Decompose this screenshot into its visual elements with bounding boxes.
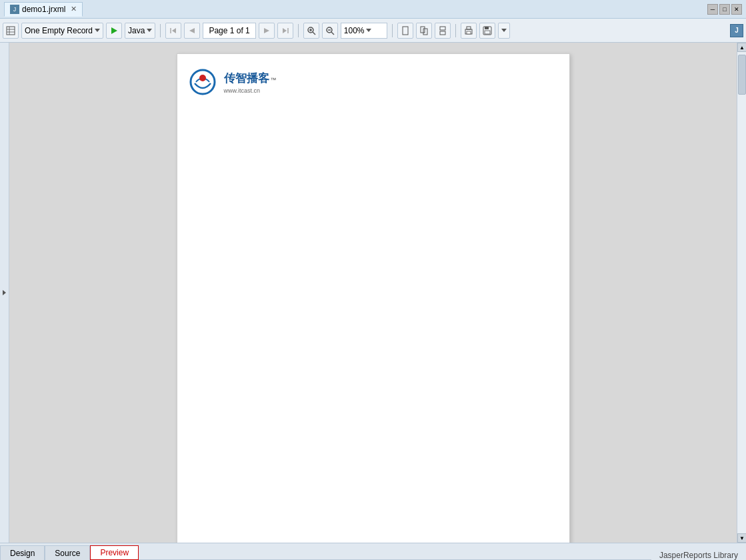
- svg-marker-10: [283, 28, 287, 33]
- java-chevron-down-icon: [147, 29, 152, 32]
- continuous-page-button[interactable]: [435, 23, 451, 39]
- logo-container: 传智播客 ™ www.itcast.cn: [189, 69, 277, 95]
- svg-rect-27: [485, 27, 489, 29]
- ide-icon: J: [730, 24, 743, 37]
- close-button[interactable]: ✕: [731, 4, 742, 15]
- left-panel-chevron-right-icon: [3, 290, 6, 295]
- tab-design[interactable]: Design: [0, 545, 45, 560]
- svg-marker-6: [172, 28, 176, 33]
- right-scrollbar: ▲ ▼: [737, 43, 746, 543]
- file-type-icon: J: [10, 5, 19, 14]
- file-tab[interactable]: J demo1.jrxml ✕: [4, 2, 83, 17]
- separator-2: [298, 24, 299, 37]
- zoom-chevron-down-icon: [366, 29, 371, 32]
- java-label: Java: [128, 26, 145, 35]
- toolbar: One Empty Record Java Page 1 of 1 100%: [0, 19, 746, 43]
- svg-rect-24: [467, 27, 471, 29]
- single-page-button[interactable]: [397, 23, 413, 39]
- report-source-chevron-down-icon: [95, 29, 100, 32]
- zoom-in-button[interactable]: [303, 23, 319, 39]
- content-area: 传智播客 ™ www.itcast.cn: [9, 43, 737, 543]
- zoom-value: 100%: [344, 26, 365, 35]
- tab-label: demo1.jrxml: [22, 5, 65, 14]
- tab-preview[interactable]: Preview: [90, 545, 139, 560]
- page-indicator: Page 1 of 1: [203, 23, 255, 39]
- bottom-tabs: Design Source Preview JasperReports Libr…: [0, 543, 746, 560]
- tab-close-button[interactable]: ✕: [71, 5, 77, 13]
- svg-point-30: [199, 75, 206, 81]
- logo-area: 传智播客 ™ www.itcast.cn: [189, 69, 277, 95]
- save-dropdown[interactable]: [498, 23, 510, 39]
- zoom-select[interactable]: 100%: [341, 23, 387, 39]
- nav-next-button[interactable]: [259, 23, 275, 39]
- tab-design-label: Design: [10, 549, 35, 558]
- scroll-down-button[interactable]: ▼: [737, 533, 746, 543]
- separator-4: [455, 24, 456, 37]
- status-text: JasperReports Library: [659, 551, 738, 560]
- document-page: 传智播客 ™ www.itcast.cn: [177, 53, 570, 543]
- left-panel-toggle[interactable]: [0, 43, 9, 543]
- svg-rect-21: [440, 27, 445, 30]
- svg-rect-20: [423, 29, 427, 35]
- logo-tm: ™: [271, 77, 277, 83]
- svg-line-16: [331, 32, 334, 35]
- status-label: JasperReports Library: [651, 551, 746, 560]
- minimize-button[interactable]: ─: [707, 4, 718, 15]
- svg-point-29: [191, 70, 215, 94]
- java-dropdown[interactable]: Java: [125, 23, 155, 39]
- report-source-label: One Empty Record: [25, 26, 93, 35]
- print-button[interactable]: [461, 23, 477, 39]
- document-icon: [3, 23, 19, 39]
- logo-icon: [189, 69, 221, 95]
- nav-first-button[interactable]: [165, 23, 181, 39]
- svg-rect-19: [421, 27, 425, 33]
- svg-marker-4: [111, 27, 117, 34]
- svg-rect-25: [467, 31, 471, 34]
- scroll-thumb[interactable]: [738, 55, 746, 95]
- separator-3: [392, 24, 393, 37]
- svg-marker-8: [264, 28, 269, 33]
- logo-url: www.itcast.cn: [224, 87, 277, 94]
- scroll-track: [737, 52, 746, 533]
- nav-last-button[interactable]: [277, 23, 293, 39]
- maximize-button[interactable]: □: [719, 4, 730, 15]
- page-break-button[interactable]: [416, 23, 432, 39]
- svg-rect-18: [403, 27, 408, 35]
- zoom-out-button[interactable]: [322, 23, 338, 39]
- nav-prev-button[interactable]: [184, 23, 200, 39]
- save-chevron-down-icon: [501, 29, 507, 32]
- tab-source-label: Source: [55, 549, 80, 558]
- svg-rect-0: [7, 27, 15, 35]
- tab-source[interactable]: Source: [45, 545, 90, 560]
- separator-1: [160, 24, 161, 37]
- window-controls: ─ □ ✕: [707, 4, 742, 15]
- title-bar: J demo1.jrxml ✕ ─ □ ✕: [0, 0, 746, 19]
- svg-marker-7: [189, 28, 195, 33]
- run-button[interactable]: [106, 23, 122, 39]
- svg-rect-22: [440, 31, 445, 35]
- svg-line-12: [313, 32, 315, 35]
- tab-preview-label: Preview: [100, 548, 129, 557]
- main-area: 传智播客 ™ www.itcast.cn ▲ ▼: [0, 43, 746, 543]
- report-source-dropdown[interactable]: One Empty Record: [21, 23, 103, 39]
- logo-text-group: 传智播客 ™ www.itcast.cn: [224, 71, 277, 94]
- logo-name-zh: 传智播客: [224, 71, 269, 86]
- page-indicator-text: Page 1 of 1: [209, 26, 249, 35]
- svg-rect-28: [485, 31, 490, 34]
- scroll-up-button[interactable]: ▲: [737, 43, 746, 52]
- save-button[interactable]: [479, 23, 495, 39]
